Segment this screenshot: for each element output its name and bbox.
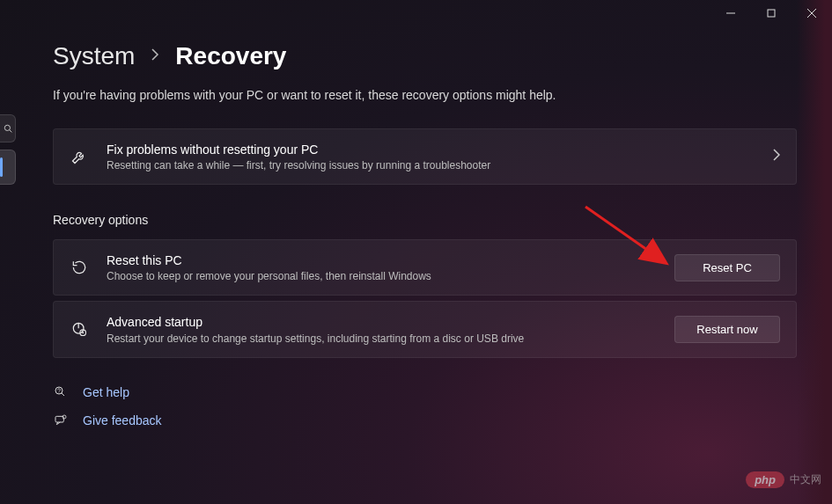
power-settings-icon [70,319,89,339]
reset-pc-card: Reset this PC Choose to keep or remove y… [53,239,797,296]
give-feedback-link[interactable]: Give feedback [53,413,797,428]
feedback-icon [53,413,69,428]
get-help-label: Get help [83,385,129,399]
troubleshoot-title: Fix problems without resetting your PC [107,142,755,157]
reset-pc-desc: Choose to keep or remove your personal f… [107,270,657,282]
minimize-button[interactable] [711,0,751,26]
section-header-recovery-options: Recovery options [53,213,797,227]
wrench-icon [70,147,89,166]
advanced-startup-title: Advanced startup [107,314,657,330]
advanced-startup-desc: Restart your device to change startup se… [107,332,657,345]
watermark: php 中文网 [746,471,821,488]
chevron-right-icon [773,149,780,164]
svg-line-12 [62,392,64,395]
reset-icon [70,258,89,277]
left-nav-active[interactable] [0,150,16,185]
breadcrumb: System Recovery [53,42,797,70]
svg-rect-1 [768,10,775,17]
troubleshoot-card[interactable]: Fix problems without resetting your PC R… [53,128,797,185]
reset-pc-button[interactable]: Reset PC [674,254,780,281]
chevron-right-icon [151,48,159,64]
svg-point-11 [59,392,60,393]
left-nav-search[interactable] [0,114,16,142]
svg-line-5 [9,130,11,133]
left-nav-rail [0,114,16,185]
watermark-logo: php [746,471,784,488]
svg-point-9 [82,332,84,334]
window-titlebar [711,0,832,26]
reset-pc-title: Reset this PC [107,252,657,268]
help-icon [53,384,69,400]
close-button[interactable] [792,0,832,26]
watermark-text: 中文网 [790,472,821,487]
page-subtitle: If you're having problems with your PC o… [53,88,797,102]
restart-now-button[interactable]: Restart now [674,316,780,343]
get-help-link[interactable]: Get help [53,384,797,400]
maximize-button[interactable] [751,0,792,26]
troubleshoot-desc: Resetting can take a while — first, try … [107,159,755,172]
svg-point-4 [4,125,10,130]
advanced-startup-card: Advanced startup Restart your device to … [53,301,797,357]
page-title: Recovery [175,42,286,70]
breadcrumb-root[interactable]: System [53,42,135,70]
right-shade [797,0,832,504]
give-feedback-label: Give feedback [83,413,162,427]
